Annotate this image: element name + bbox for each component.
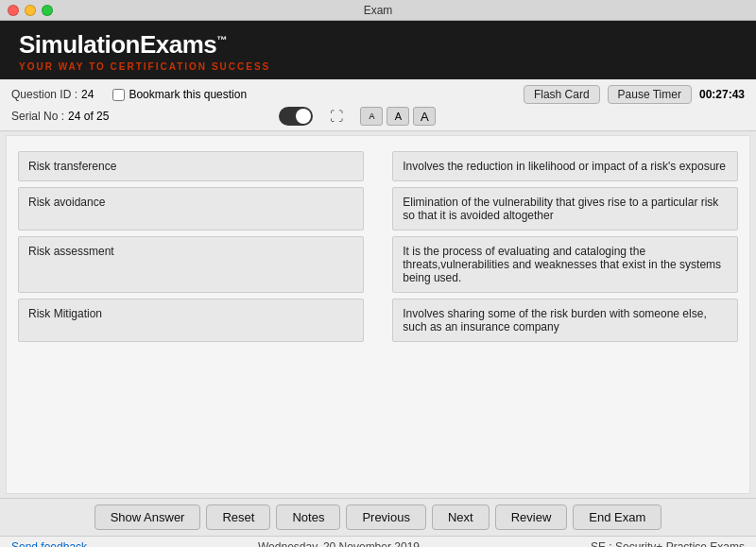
show-answer-button[interactable]: Show Answer: [94, 504, 201, 530]
reset-button[interactable]: Reset: [206, 504, 270, 530]
table-row: Risk Mitigation Involves sharing some of…: [18, 299, 738, 342]
review-button[interactable]: Review: [495, 504, 568, 530]
notes-button[interactable]: Notes: [276, 504, 340, 530]
question-id-value: 24: [81, 88, 94, 101]
top-controls: Flash Card Pause Timer 00:27:43: [524, 85, 745, 104]
info-row-1: Question ID : 24 Bookmark this question …: [11, 83, 745, 106]
table-row: Risk transference Involves the reduction…: [18, 151, 738, 181]
serial-no-value: 24 of 25: [68, 110, 109, 123]
toggle-knob: [296, 109, 311, 124]
definition-cell: It is the process of evaluating and cata…: [392, 236, 738, 293]
definition-cell: Elimination of the vulnerability that gi…: [392, 187, 738, 231]
toggle-switch[interactable]: [279, 107, 313, 126]
app-header: SimulationExams™ YOUR WAY TO CERTIFICATI…: [0, 21, 756, 79]
pause-timer-button[interactable]: Pause Timer: [608, 85, 692, 104]
bookmark-label: Bookmark this question: [129, 88, 247, 101]
question-id-label: Question ID :: [11, 88, 77, 101]
bookmark-checkbox[interactable]: [112, 89, 125, 101]
term-cell: Risk transference: [18, 151, 364, 181]
term-cell: Risk avoidance: [18, 187, 364, 231]
table-row: Risk avoidance Elimination of the vulner…: [18, 187, 738, 231]
footer: Send feedback Wednesday, 20 November 201…: [0, 536, 756, 547]
matching-table: Risk transference Involves the reduction…: [18, 145, 738, 348]
bottom-bar: Show Answer Reset Notes Previous Next Re…: [0, 498, 756, 536]
fullscreen-icon[interactable]: ⛶: [330, 109, 343, 124]
bookmark-area: Bookmark this question: [112, 88, 247, 101]
info-row-2: Serial No : 24 of 25 ⛶ A A A: [11, 106, 745, 127]
serial-no-label: Serial No :: [11, 110, 64, 123]
app-subtitle: YOUR WAY TO CERTIFICATION SUCCESS: [19, 61, 737, 72]
font-large-button[interactable]: A: [413, 107, 436, 126]
main-content: Risk transference Involves the reduction…: [6, 135, 750, 494]
info-bar: Question ID : 24 Bookmark this question …: [0, 79, 756, 131]
footer-date: Wednesday, 20 November 2019: [258, 540, 420, 547]
title-bar: Exam: [0, 0, 756, 21]
next-button[interactable]: Next: [432, 504, 490, 530]
send-feedback-link[interactable]: Send feedback: [11, 540, 87, 547]
minimize-button[interactable]: [25, 5, 36, 16]
table-row: Risk assessment It is the process of eva…: [18, 236, 738, 293]
app-name: SimulationExams™: [19, 30, 737, 60]
flash-card-button[interactable]: Flash Card: [524, 85, 600, 104]
previous-button[interactable]: Previous: [346, 504, 426, 530]
font-size-controls: A A A: [360, 107, 436, 126]
definition-cell: Involves the reduction in likelihood or …: [392, 151, 738, 181]
term-cell: Risk assessment: [18, 236, 364, 293]
font-small-button[interactable]: A: [360, 107, 383, 126]
font-medium-button[interactable]: A: [387, 107, 409, 126]
window-title: Exam: [364, 4, 393, 17]
maximize-button[interactable]: [42, 5, 53, 16]
window-controls: [8, 5, 53, 16]
term-cell: Risk Mitigation: [18, 299, 364, 342]
close-button[interactable]: [8, 5, 19, 16]
footer-brand: SE : Security+ Practice Exams: [591, 540, 745, 547]
definition-cell: Involves sharing some of the risk burden…: [392, 299, 738, 342]
timer-display: 00:27:43: [699, 88, 745, 101]
end-exam-button[interactable]: End Exam: [573, 504, 662, 530]
